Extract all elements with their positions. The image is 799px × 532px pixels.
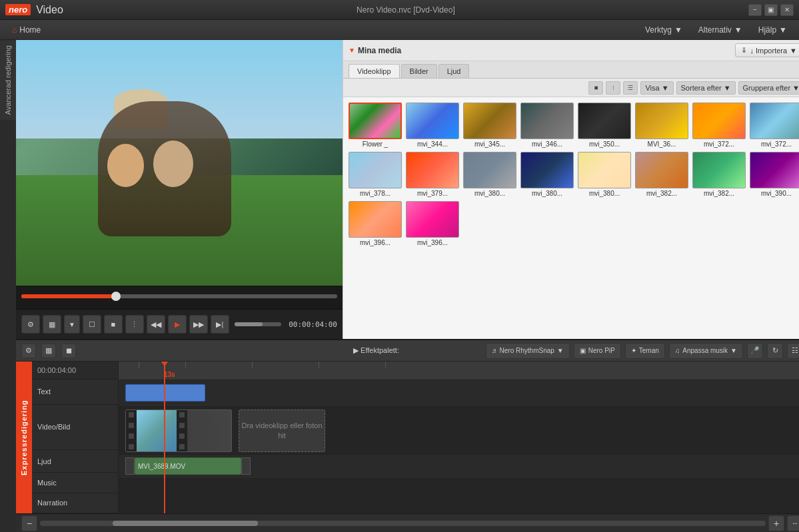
video-clip[interactable] <box>125 409 232 452</box>
zoom-out-button[interactable]: − <box>21 515 37 531</box>
volume-control[interactable] <box>232 322 286 326</box>
tab-ljud[interactable]: Ljud <box>438 64 470 78</box>
screenshot-button[interactable]: ☐ <box>83 315 101 334</box>
list-item[interactable]: mvi_378... <box>349 152 402 197</box>
zoom-in-button[interactable]: + <box>768 515 784 531</box>
titlebar-controls: − ▣ ✕ <box>748 4 794 16</box>
media-thumbnail[interactable] <box>349 201 402 238</box>
media-thumbnail[interactable] <box>635 152 688 188</box>
next-frame-button[interactable]: ▶▶ <box>189 315 208 334</box>
media-thumbnail[interactable] <box>750 103 799 139</box>
audio-handle-left[interactable] <box>125 457 135 475</box>
film-hole <box>179 423 185 428</box>
list-item[interactable]: mvi_380... <box>463 152 516 197</box>
pip-button[interactable]: ▣ Nero PiP <box>574 343 621 359</box>
verktyg-menu[interactable]: Verktyg ▼ <box>638 23 689 37</box>
list-item[interactable]: mvi_344... <box>406 103 459 148</box>
media-item-label: mvi_346... <box>532 140 562 148</box>
effekt-settings-button[interactable]: ⚙ <box>21 344 36 358</box>
ruler-mark <box>252 362 253 368</box>
list-item[interactable]: mvi_382... <box>635 152 688 197</box>
rhythmsnap-button[interactable]: ♬ Nero RhythmSnap ▼ <box>486 343 570 359</box>
view-grid-medium-button[interactable]: ⁝ <box>606 81 620 95</box>
tab-videoklipp[interactable]: Videoklipp <box>349 64 400 78</box>
list-item[interactable]: mvi_379... <box>406 152 459 197</box>
teman-button[interactable]: ✦ Teman <box>625 343 665 359</box>
tab-bilder[interactable]: Bilder <box>401 64 437 78</box>
audio-clip[interactable]: MVI_3689.MOV <box>135 457 241 475</box>
end-button[interactable]: ▶| <box>211 315 229 334</box>
stop-button[interactable]: ■ <box>104 315 123 334</box>
media-thumbnail[interactable] <box>406 152 459 188</box>
ruler-mark <box>139 362 139 368</box>
list-item[interactable]: MVI_36... <box>635 103 688 148</box>
home-menu-item[interactable]: ⌂ Home <box>5 23 47 37</box>
more-button[interactable]: ☷ <box>787 343 799 359</box>
list-item[interactable]: mvi_396... <box>406 201 459 246</box>
close-button[interactable]: ✕ <box>780 4 794 16</box>
import-button[interactable]: ⇓ ↓ Importera ▼ <box>735 43 799 57</box>
split-button[interactable]: ⋮ <box>125 315 144 334</box>
app-name: Video <box>36 4 63 16</box>
scrubber-track[interactable] <box>21 294 337 298</box>
play-button[interactable]: ▶ <box>168 315 187 334</box>
media-thumbnail[interactable] <box>406 201 459 238</box>
playhead[interactable] <box>164 362 165 513</box>
anpassa-icon: ♫ <box>675 347 680 354</box>
list-item[interactable]: mvi_382... <box>692 152 746 197</box>
view-list-button[interactable]: ☰ <box>623 81 638 95</box>
fit-button[interactable]: ↔ <box>787 515 799 531</box>
effects-button[interactable]: ▼ <box>64 315 80 334</box>
anpassa-musik-button[interactable]: ♫ Anpassa musik ▼ <box>669 343 743 359</box>
mic-button[interactable]: 🎤 <box>747 343 763 359</box>
music-track-row <box>119 479 799 500</box>
list-item[interactable]: mvi_345... <box>463 103 516 148</box>
scrubber-handle[interactable] <box>111 292 121 301</box>
maximize-button[interactable]: ▣ <box>764 4 778 16</box>
visa-dropdown[interactable]: Visa ▼ <box>640 81 673 95</box>
zoom-slider-track[interactable] <box>40 521 766 526</box>
text-clip[interactable] <box>125 384 205 401</box>
media-thumbnail[interactable] <box>578 103 631 139</box>
media-thumbnail[interactable] <box>463 103 516 139</box>
media-thumbnail[interactable] <box>750 152 799 188</box>
prev-frame-button[interactable]: ◀◀ <box>147 315 165 334</box>
media-thumbnail[interactable] <box>692 103 746 139</box>
media-thumbnail[interactable] <box>635 103 688 139</box>
scrubber-bar[interactable] <box>16 286 343 309</box>
minimize-button[interactable]: − <box>748 4 762 16</box>
hjalp-menu[interactable]: Hjälp ▼ <box>752 23 794 37</box>
list-item[interactable]: mvi_350... <box>578 103 631 148</box>
list-item[interactable]: mvi_346... <box>520 103 574 148</box>
sortera-dropdown[interactable]: Sortera efter ▼ <box>676 81 736 95</box>
list-item[interactable]: Flower _ <box>349 103 402 148</box>
list-item[interactable]: mvi_372... <box>692 103 746 148</box>
pip-icon: ▣ <box>580 347 586 354</box>
alternativ-menu[interactable]: Alternativ ▼ <box>692 23 749 37</box>
audio-handle-right[interactable] <box>241 457 251 475</box>
list-item[interactable]: mvi_396... <box>349 201 402 246</box>
preview-panel: ⚙ ▦ ▼ ☐ ■ ⋮ ◀◀ ▶ ▶▶ ▶| 00:00:04:00 <box>16 40 343 339</box>
list-item[interactable]: mvi_380... <box>520 152 574 197</box>
gruppera-dropdown[interactable]: Gruppera efter ▼ <box>738 81 799 95</box>
view-grid-large-button[interactable]: ◾ <box>588 81 603 95</box>
media-thumbnail[interactable] <box>463 152 516 188</box>
list-item[interactable]: mvi_380... <box>578 152 631 197</box>
timeline-content[interactable]: 13s <box>119 362 799 513</box>
aspect-button[interactable]: ▦ <box>43 315 61 334</box>
effekt-toggle-button[interactable]: ▦ <box>41 344 56 358</box>
media-thumbnail[interactable] <box>406 103 459 139</box>
media-thumbnail[interactable] <box>578 152 631 188</box>
settings-button[interactable]: ⚙ <box>21 315 40 334</box>
effekt-split-button[interactable]: ◼ <box>61 344 76 358</box>
media-thumbnail[interactable] <box>349 152 402 188</box>
list-item[interactable]: mvi_390... <box>750 152 799 197</box>
list-item[interactable]: mvi_372... <box>750 103 799 148</box>
hjalp-dropdown-icon: ▼ <box>779 25 787 35</box>
loop-button[interactable]: ↻ <box>767 343 783 359</box>
media-thumbnail[interactable] <box>520 103 574 139</box>
zoom-slider-handle[interactable] <box>113 521 258 526</box>
media-thumbnail[interactable] <box>692 152 746 188</box>
media-thumbnail[interactable] <box>349 103 402 139</box>
media-thumbnail[interactable] <box>520 152 574 188</box>
